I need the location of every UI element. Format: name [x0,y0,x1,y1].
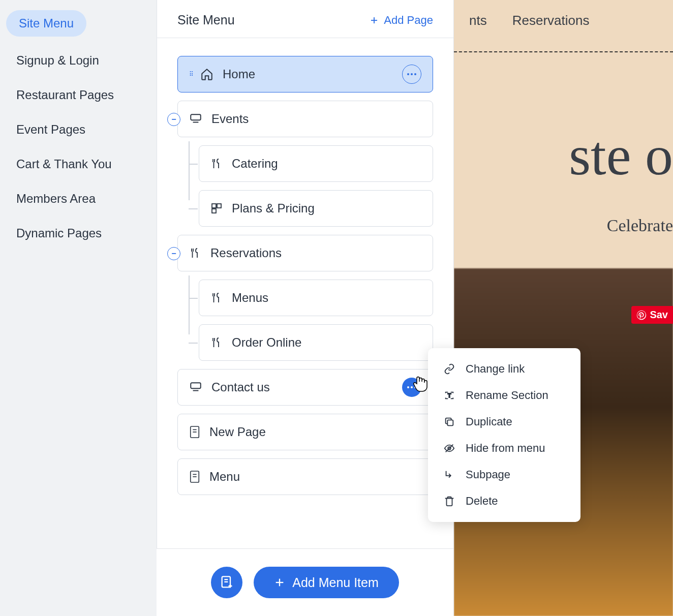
page-item-reservations[interactable]: Reservations [177,235,433,271]
page-item-menu[interactable]: Menu [177,458,433,495]
context-menu-delete[interactable]: Delete [428,488,580,514]
sidebar-item-restaurant-pages[interactable]: Restaurant Pages [6,80,150,110]
menu-item-label: Rename Section [466,389,548,402]
menu-item-label: Subpage [466,468,510,481]
page-item-order-online[interactable]: Order Online [199,324,433,361]
page-label: Events [211,112,249,126]
sidebar-item-site-menu[interactable]: Site Menu [6,10,86,37]
duplicate-icon [443,416,455,427]
page-item-contact-us[interactable]: Contact us [177,369,433,406]
panel-footer: Add Menu Item [157,548,453,616]
page-label: Menus [232,291,268,305]
collapse-button[interactable]: − [167,113,180,126]
svg-rect-11 [191,383,201,388]
context-menu-hide[interactable]: Hide from menu [428,435,580,461]
dots-icon [407,73,416,75]
left-sidebar: Site Menu Signup & Login Restaurant Page… [0,0,157,616]
more-button[interactable] [402,65,421,84]
menu-item-label: Duplicate [466,415,512,428]
page-item-home[interactable]: ⠿ Home [177,56,433,93]
page-item-menus[interactable]: Menus [199,280,433,316]
link-icon [443,363,455,375]
page-label: Plans & Pricing [232,201,315,215]
context-menu-rename[interactable]: T Rename Section [428,382,580,409]
sidebar-item-dynamic-pages[interactable]: Dynamic Pages [6,219,150,248]
svg-rect-31 [447,420,453,425]
collapse-button[interactable]: − [167,247,180,260]
page-icon [189,470,200,483]
hide-icon [443,443,455,454]
pages-list: ⠿ Home − Events [157,38,453,495]
dots-icon [407,386,416,388]
add-menu-item-button[interactable]: Add Menu Item [254,567,399,598]
menu-item-label: Hide from menu [466,442,545,455]
nav-item[interactable]: Reservations [512,13,590,28]
page-icon [189,425,200,439]
svg-point-15 [414,386,416,388]
svg-point-5 [414,73,416,75]
svg-point-4 [411,73,413,75]
pinterest-icon [636,310,647,320]
sidebar-item-event-pages[interactable]: Event Pages [6,115,150,144]
svg-point-3 [407,73,409,75]
hero-section: ste o Celebrate [454,63,673,235]
context-menu-subpage[interactable]: Subpage [428,461,580,488]
sidebar-item-signup-login[interactable]: Signup & Login [6,46,150,75]
page-plus-icon [220,575,234,590]
page-label: Contact us [211,380,270,394]
divider [454,51,673,52]
context-menu-change-link[interactable]: Change link [428,356,580,382]
subpage-icon [443,469,455,480]
hero-title: ste o [454,124,673,188]
hero-subtitle: Celebrate [454,216,673,235]
add-menu-item-label: Add Menu Item [292,575,379,590]
page-item-new-page[interactable]: New Page [177,414,433,450]
page-item-catering[interactable]: Catering [199,145,433,182]
restaurant-icon [210,336,223,349]
page-label: Home [223,67,255,81]
restaurant-icon [210,158,223,170]
page-item-events[interactable]: Events [177,101,433,137]
panel-header: Site Menu Add Page [157,0,453,38]
home-icon [200,68,213,81]
page-label: New Page [209,425,266,439]
delete-icon [443,496,455,507]
page-label: Menu [209,470,240,484]
page-item-plans-pricing[interactable]: Plans & Pricing [199,190,433,227]
rename-icon: T [443,390,455,401]
svg-point-14 [411,386,413,388]
context-menu-duplicate[interactable]: Duplicate [428,409,580,435]
restaurant-icon [210,292,223,304]
add-from-template-button[interactable] [211,567,242,598]
menu-item-label: Delete [466,495,498,508]
add-page-button[interactable]: Add Page [370,14,433,27]
section-icon [189,381,202,394]
save-badge-text: Sav [650,309,668,321]
section-icon [189,112,202,126]
menu-item-label: Change link [466,362,525,376]
grid-icon [210,202,223,214]
svg-text:T: T [448,392,451,398]
sidebar-item-cart[interactable]: Cart & Thank You [6,149,150,179]
page-label: Catering [232,157,278,171]
panel-title: Site Menu [177,13,235,27]
svg-rect-10 [212,209,216,213]
page-label: Reservations [210,246,282,260]
svg-point-13 [407,386,409,388]
pinterest-save-badge[interactable]: Sav [631,306,673,324]
context-menu: Change link T Rename Section Duplicate H… [428,348,580,522]
plus-icon [274,567,285,598]
nav-item[interactable]: nts [469,13,487,28]
more-button[interactable] [402,378,421,397]
site-menu-panel: Site Menu Add Page ⠿ Home − Ev [157,0,454,616]
add-page-label: Add Page [384,14,433,27]
site-nav: nts Reservations [454,0,673,41]
drag-handle-icon[interactable]: ⠿ [189,71,194,78]
plus-icon [370,16,379,25]
page-label: Order Online [232,335,301,350]
svg-rect-9 [217,204,221,208]
sidebar-item-members-area[interactable]: Members Area [6,184,150,213]
svg-rect-6 [191,114,201,120]
restaurant-icon [189,247,201,259]
svg-rect-8 [212,204,216,208]
